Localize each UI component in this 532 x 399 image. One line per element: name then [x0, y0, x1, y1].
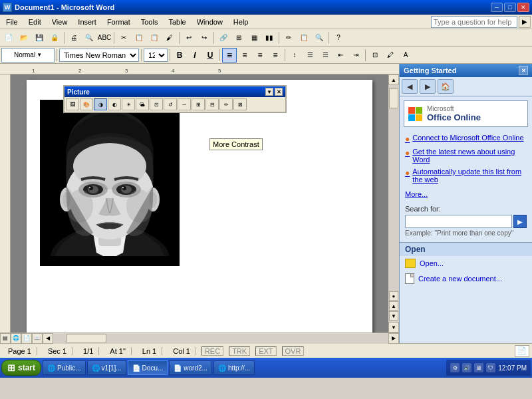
tray-icon-network[interactable]: 🖥 — [474, 363, 483, 372]
print-preview-button[interactable]: 🔍 — [82, 31, 96, 45]
minimize-button[interactable]: ─ — [491, 3, 503, 12]
tables-borders-button[interactable]: ⊞ — [231, 31, 246, 45]
italic-button[interactable]: I — [188, 48, 202, 63]
highlight-button[interactable]: 🖍 — [383, 48, 398, 63]
cut-button[interactable]: ✂ — [116, 31, 131, 45]
font-selector[interactable]: Times New Roman — [59, 49, 139, 62]
format-picture-button[interactable]: ⊟ — [205, 98, 219, 110]
save-button[interactable]: 💾 — [32, 31, 47, 45]
taskbar-item-http[interactable]: 🌐 http://... — [213, 360, 255, 375]
less-brightness-button[interactable]: 🌥 — [136, 98, 149, 110]
taskbar-item-word2[interactable]: 📄 word2... — [169, 360, 212, 375]
h-scroll-thumb[interactable] — [66, 334, 106, 343]
permission-button[interactable]: 🔒 — [47, 31, 62, 45]
gs-forward-button[interactable]: ▶ — [420, 79, 436, 94]
numbering-button[interactable]: ☰ — [318, 48, 332, 63]
gs-link-update[interactable]: ● Automatically update this list from th… — [405, 168, 527, 184]
document-map-button[interactable]: 📋 — [297, 31, 311, 45]
compress-pictures-button[interactable]: ⊞ — [192, 98, 205, 110]
tray-icon-settings[interactable]: ⚙ — [450, 363, 460, 372]
menu-format[interactable]: Format — [102, 16, 135, 28]
underline-button[interactable]: U — [203, 48, 217, 63]
style-selector-button[interactable]: Normal▼ — [1, 48, 55, 63]
align-center-button[interactable]: ≡ — [237, 48, 252, 63]
tray-icon-volume[interactable]: 🔊 — [462, 363, 471, 372]
line-style-button[interactable]: ─ — [178, 98, 191, 110]
scroll-thumb[interactable] — [389, 88, 398, 108]
set-transparent-button[interactable]: ✏ — [219, 98, 233, 110]
zoom-button[interactable]: 🔍 — [312, 31, 327, 45]
help-input[interactable] — [431, 16, 517, 28]
picture-toolbar-close[interactable]: ✕ — [275, 88, 283, 96]
color-button[interactable]: 🎨 — [80, 98, 93, 110]
more-brightness-button[interactable]: ☀ — [122, 98, 135, 110]
outside-border-button[interactable]: ⊡ — [368, 48, 382, 63]
font-color-button[interactable]: A — [398, 48, 413, 63]
rotate-left-button[interactable]: ↺ — [164, 98, 177, 110]
reset-picture-button[interactable]: ⊠ — [233, 98, 247, 110]
menu-help[interactable]: Help — [229, 16, 253, 28]
insert-table-button[interactable]: ▦ — [247, 31, 261, 45]
copy-button[interactable]: 📋 — [132, 31, 146, 45]
decrease-indent-button[interactable]: ⇤ — [333, 48, 348, 63]
gs-back-button[interactable]: ◀ — [402, 79, 418, 94]
reading-layout-button[interactable]: 📖 — [32, 333, 43, 344]
h-scroll-track[interactable] — [53, 333, 388, 344]
less-contrast-button[interactable]: ◐ — [108, 98, 121, 110]
drawing-button[interactable]: ✏ — [281, 31, 296, 45]
menu-file[interactable]: File — [1, 16, 23, 28]
paste-button[interactable]: 📋 — [147, 31, 162, 45]
prev-button[interactable]: ▲ — [389, 301, 398, 311]
tray-icon-security[interactable]: 🛡 — [486, 363, 495, 372]
insert-image-button[interactable]: 🖼 — [66, 98, 79, 110]
align-right-button[interactable]: ≡ — [253, 48, 267, 63]
scroll-down-button[interactable]: ▼ — [388, 322, 399, 332]
redo-button[interactable]: ↪ — [197, 31, 211, 45]
gs-open-file[interactable]: Open... — [400, 256, 532, 271]
gs-link-news[interactable]: ● Get the latest news about using Word — [405, 148, 527, 164]
select-browse-button[interactable]: ● — [389, 291, 398, 301]
scroll-up-button[interactable]: ▲ — [388, 74, 399, 85]
gs-home-button[interactable]: 🏠 — [438, 79, 454, 94]
scroll-right-button[interactable]: ▶ — [388, 333, 399, 344]
print-layout-button[interactable]: 📄 — [21, 333, 32, 344]
increase-indent-button[interactable]: ⇥ — [348, 48, 363, 63]
gs-close-button[interactable]: ✕ — [519, 66, 528, 75]
undo-button[interactable]: ↩ — [182, 31, 196, 45]
bold-button[interactable]: B — [172, 48, 187, 63]
menu-table[interactable]: Table — [164, 16, 190, 28]
help-button[interactable]: ? — [331, 31, 346, 45]
format-painter-button[interactable]: 🖌 — [162, 31, 177, 45]
maximize-button[interactable]: □ — [504, 3, 516, 12]
print-button[interactable]: 🖨 — [66, 31, 81, 45]
more-contrast-button[interactable]: ◑ — [94, 98, 107, 110]
start-button[interactable]: ⊞ start — [1, 360, 41, 376]
next-button[interactable]: ▼ — [389, 311, 398, 321]
menu-view[interactable]: View — [47, 16, 72, 28]
hyperlink-button[interactable]: 🔗 — [216, 31, 231, 45]
gs-more-link[interactable]: More... — [400, 190, 532, 202]
document-scroll-area[interactable]: Picture ▼ ✕ 🖼 🎨 ◑ ◐ ☀ 🌥 — [11, 74, 388, 332]
align-left-button[interactable]: ≡ — [222, 48, 237, 63]
help-go-button[interactable]: ▶ — [519, 16, 531, 28]
gs-search-input[interactable] — [405, 215, 512, 228]
normal-view-button[interactable]: ▤ — [0, 333, 11, 344]
crop-button[interactable]: ⊡ — [150, 98, 163, 110]
justify-button[interactable]: ≡ — [268, 48, 283, 63]
menu-edit[interactable]: Edit — [24, 16, 46, 28]
line-spacing-button[interactable]: ↕ — [287, 48, 302, 63]
picture-toolbar-expand[interactable]: ▼ — [265, 88, 273, 96]
gs-link-connect[interactable]: ● Connect to Microsoft Office Online — [405, 134, 527, 144]
gs-search-button[interactable]: ▶ — [513, 215, 527, 228]
bullets-button[interactable]: ☰ — [303, 48, 317, 63]
web-view-button[interactable]: 🌐 — [11, 333, 21, 344]
open-button[interactable]: 📂 — [17, 31, 31, 45]
new-button[interactable]: 📄 — [1, 31, 16, 45]
taskbar-item-doc[interactable]: 📄 Docu... — [128, 360, 168, 375]
taskbar-item-public[interactable]: 🌐 Public... — [43, 360, 86, 375]
menu-window[interactable]: Window — [192, 16, 227, 28]
columns-button[interactable]: ▮▮ — [262, 31, 277, 45]
close-button[interactable]: ✕ — [517, 3, 529, 12]
menu-insert[interactable]: Insert — [73, 16, 101, 28]
scroll-track[interactable] — [388, 85, 399, 291]
